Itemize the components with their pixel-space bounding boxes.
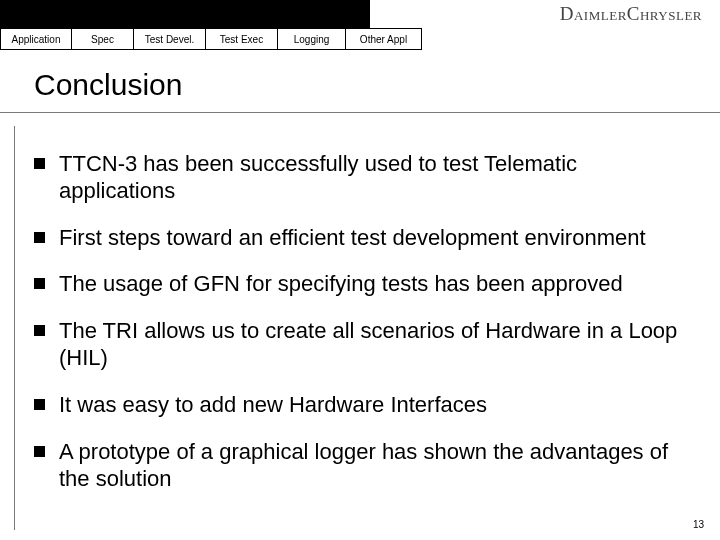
content-area: TTCN-3 has been successfully used to tes…	[0, 113, 720, 492]
list-item: TTCN-3 has been successfully used to tes…	[34, 151, 698, 205]
top-bar: DaimlerChrysler	[0, 0, 720, 28]
tab-label: Logging	[294, 34, 330, 45]
square-bullet-icon	[34, 278, 45, 289]
square-bullet-icon	[34, 325, 45, 336]
tab-logging[interactable]: Logging	[278, 29, 346, 49]
bullet-text: A prototype of a graphical logger has sh…	[59, 439, 698, 493]
square-bullet-icon	[34, 158, 45, 169]
square-bullet-icon	[34, 446, 45, 457]
bullet-text: TTCN-3 has been successfully used to tes…	[59, 151, 698, 205]
brand-logo: DaimlerChrysler	[370, 0, 720, 28]
list-item: First steps toward an efficient test dev…	[34, 225, 698, 252]
tab-strip: Application Spec Test Devel. Test Exec L…	[0, 28, 422, 50]
black-header-box	[0, 0, 370, 28]
tab-spec[interactable]: Spec	[72, 29, 134, 49]
tab-label: Test Exec	[220, 34, 263, 45]
brand-part1: Daimler	[560, 3, 627, 24]
bullet-text: The TRI allows us to create all scenario…	[59, 318, 698, 372]
left-margin-line	[14, 126, 15, 530]
bullet-text: It was easy to add new Hardware Interfac…	[59, 392, 487, 419]
list-item: The TRI allows us to create all scenario…	[34, 318, 698, 372]
brand-part2: Chrysler	[627, 3, 702, 24]
tab-application[interactable]: Application	[0, 29, 72, 49]
page-number: 13	[693, 519, 704, 530]
title-area: Conclusion	[0, 50, 720, 108]
tab-label: Test Devel.	[145, 34, 194, 45]
square-bullet-icon	[34, 232, 45, 243]
list-item: The usage of GFN for specifying tests ha…	[34, 271, 698, 298]
tab-label: Other Appl	[360, 34, 407, 45]
bullet-text: The usage of GFN for specifying tests ha…	[59, 271, 623, 298]
tab-test-devel[interactable]: Test Devel.	[134, 29, 206, 49]
tab-label: Application	[12, 34, 61, 45]
square-bullet-icon	[34, 399, 45, 410]
list-item: It was easy to add new Hardware Interfac…	[34, 392, 698, 419]
tab-test-exec[interactable]: Test Exec	[206, 29, 278, 49]
tab-other-appl[interactable]: Other Appl	[346, 29, 422, 49]
list-item: A prototype of a graphical logger has sh…	[34, 439, 698, 493]
tab-label: Spec	[91, 34, 114, 45]
page-title: Conclusion	[34, 68, 720, 102]
bullet-text: First steps toward an efficient test dev…	[59, 225, 646, 252]
